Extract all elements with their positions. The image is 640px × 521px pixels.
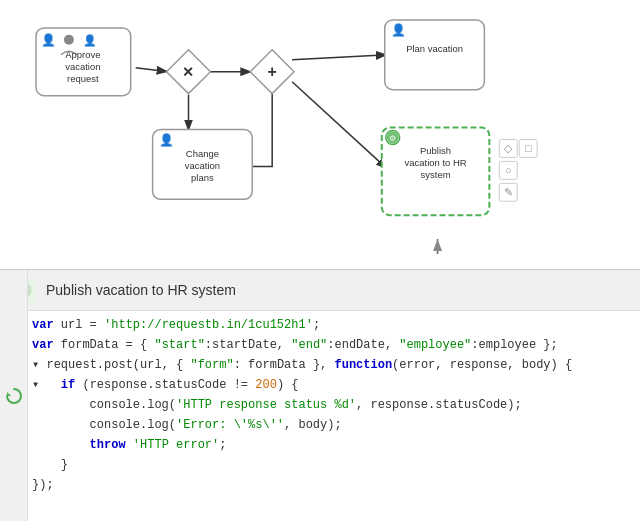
- svg-text:○: ○: [505, 164, 512, 176]
- svg-text:vacation: vacation: [65, 61, 100, 72]
- svg-text:request: request: [67, 73, 99, 84]
- code-line-2: 2 var formData = { "start":startDate, "e…: [0, 335, 640, 355]
- left-sidebar: [0, 270, 28, 521]
- code-line-3: 3 ▾ request.post(url, { "form": formData…: [0, 355, 640, 375]
- code-line-8: 8 }: [0, 455, 640, 475]
- code-line-1: 1 var url = 'http://requestb.in/1cu152h1…: [0, 315, 640, 335]
- svg-text:Publish: Publish: [420, 145, 451, 156]
- svg-text:👤: 👤: [159, 132, 174, 147]
- diagram-area: 👤 👤 Approve vacation request ✕ + 👤 Plan …: [0, 0, 640, 270]
- svg-text:Plan vacation: Plan vacation: [406, 43, 463, 54]
- svg-point-9: [64, 35, 74, 45]
- bottom-panel: ⚙ Publish vacation to HR system 1 var ur…: [0, 270, 640, 521]
- code-line-9: 9 });: [0, 475, 640, 495]
- svg-line-0: [136, 68, 169, 72]
- svg-text:👤: 👤: [41, 32, 56, 47]
- svg-text:◇: ◇: [504, 142, 513, 154]
- svg-text:⚙: ⚙: [389, 134, 396, 143]
- svg-text:+: +: [268, 63, 277, 80]
- svg-text:👤: 👤: [391, 22, 406, 37]
- diagram-svg: 👤 👤 Approve vacation request ✕ + 👤 Plan …: [0, 0, 640, 269]
- svg-text:Change: Change: [186, 148, 219, 159]
- code-line-4: 4 ▾ if (response.statusCode != 200) {: [0, 375, 640, 395]
- svg-line-2: [292, 55, 388, 60]
- code-line-6: 6 console.log('Error: \'%s\'', body);: [0, 415, 640, 435]
- code-line-7: 7 throw 'HTTP error';: [0, 435, 640, 455]
- svg-text:Approve: Approve: [65, 49, 100, 60]
- svg-marker-44: [7, 392, 11, 396]
- svg-text:system: system: [421, 169, 451, 180]
- refresh-icon: [5, 387, 23, 405]
- svg-text:plans: plans: [191, 172, 214, 183]
- panel-title: Publish vacation to HR system: [46, 282, 236, 298]
- bottom-header: ⚙ Publish vacation to HR system: [0, 270, 640, 311]
- svg-text:✎: ✎: [504, 186, 513, 198]
- svg-text:👤: 👤: [83, 33, 97, 47]
- svg-text:✕: ✕: [182, 64, 194, 80]
- svg-line-4: [292, 82, 388, 170]
- code-editor[interactable]: 1 var url = 'http://requestb.in/1cu152h1…: [0, 311, 640, 521]
- main-container: 👤 👤 Approve vacation request ✕ + 👤 Plan …: [0, 0, 640, 521]
- code-line-5: 5 console.log('HTTP response status %d',…: [0, 395, 640, 415]
- svg-text:vacation: vacation: [185, 160, 220, 171]
- svg-text:□: □: [525, 142, 532, 154]
- svg-text:vacation to HR: vacation to HR: [405, 157, 467, 168]
